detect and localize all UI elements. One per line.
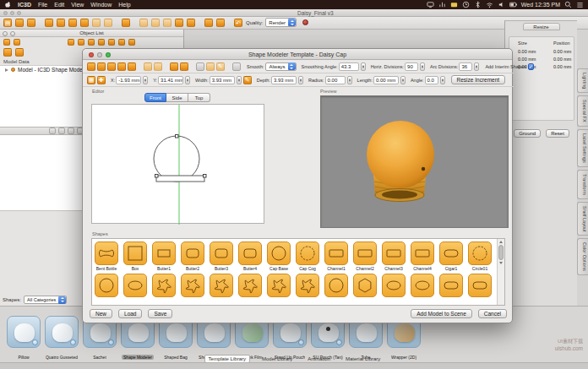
battery-icon[interactable]	[509, 1, 517, 8]
orbit-icon[interactable]	[117, 62, 126, 71]
render-region-icon[interactable]	[122, 19, 130, 27]
angle--field[interactable]: 0.0	[425, 76, 438, 84]
shape-tile[interactable]	[95, 274, 118, 297]
scale-icon[interactable]	[92, 19, 101, 27]
dialog-titlebar[interactable]: Shape Modeler Template - Daisy Cap	[83, 49, 512, 60]
menu-list-icon[interactable]	[576, 1, 584, 8]
layer-add-icon[interactable]	[49, 128, 56, 134]
palette-scrollbar[interactable]	[497, 239, 504, 305]
horiz-divisions--field[interactable]: 90	[405, 62, 418, 71]
group-icon[interactable]	[68, 39, 74, 46]
ground-button[interactable]: Ground	[514, 129, 541, 138]
menu-help[interactable]: Help	[118, 0, 130, 9]
load-button[interactable]: Load	[118, 309, 142, 318]
display-icon[interactable]	[427, 1, 434, 8]
depth--field[interactable]: 3.93 mm	[271, 76, 297, 84]
stepper-icon[interactable]	[143, 76, 148, 84]
rect-tool-icon[interactable]	[170, 62, 178, 71]
side-tab-shelf-layout[interactable]: Shelf Layout	[577, 202, 588, 236]
zoom-window-icon[interactable]	[17, 11, 21, 15]
category-select[interactable]: All Categories	[24, 296, 67, 304]
camera-icon[interactable]	[216, 19, 225, 27]
shaded-icon[interactable]	[151, 19, 160, 27]
shape-tile-bent-bottle[interactable]	[95, 241, 118, 265]
cancel-button[interactable]: Cancel	[478, 309, 507, 318]
radius--field[interactable]: 0.00	[325, 76, 346, 84]
stepper-icon[interactable]	[298, 76, 303, 84]
next-shape-icon[interactable]	[154, 62, 162, 71]
shape-tile[interactable]	[238, 274, 262, 297]
shape-tile-cap-cog[interactable]	[296, 241, 319, 265]
shape-tile[interactable]	[181, 274, 204, 297]
preview-canvas[interactable]	[320, 95, 509, 228]
shape-tile[interactable]	[411, 274, 434, 297]
search-icon[interactable]	[564, 1, 572, 8]
smoothing-angle--field[interactable]: 43.3	[339, 62, 359, 71]
effects-icon[interactable]	[163, 19, 172, 27]
add-point-icon[interactable]: ✚	[97, 76, 106, 84]
clock-icon[interactable]	[462, 1, 470, 8]
template-thumbnail[interactable]	[7, 316, 41, 348]
pan-icon[interactable]	[80, 19, 89, 27]
window-controls[interactable]	[3, 11, 21, 15]
shape-tile-box[interactable]	[123, 241, 147, 265]
stepper-icon[interactable]	[474, 62, 479, 71]
layer-up-icon[interactable]	[68, 128, 74, 134]
quality-select[interactable]: Render	[265, 18, 297, 27]
grab-icon[interactable]	[187, 19, 195, 27]
delete-object-icon[interactable]	[14, 39, 20, 46]
view-tab-side[interactable]: Side	[166, 93, 188, 102]
shape-tile[interactable]	[296, 274, 319, 297]
hide-icon[interactable]	[108, 39, 115, 46]
side-tab-transform[interactable]: Transform	[577, 170, 588, 199]
record-button[interactable]	[302, 19, 308, 25]
bluetooth-icon[interactable]	[474, 1, 482, 8]
menu-ic3d[interactable]: IC3D	[18, 0, 31, 9]
side-tab-label-settings[interactable]: Label Settings	[577, 129, 588, 167]
duplicate-icon[interactable]	[88, 39, 95, 46]
smooth-select[interactable]: Always	[265, 62, 296, 71]
scroll-down-icon[interactable]	[499, 262, 503, 264]
shape-tile-butter4[interactable]	[238, 241, 262, 265]
zoom-in-icon[interactable]	[97, 62, 106, 71]
scroll-up-icon[interactable]	[499, 241, 503, 243]
edit-pencil-icon[interactable]: ✎	[243, 76, 252, 84]
fit-view-icon[interactable]	[128, 62, 136, 71]
shape-tile[interactable]	[468, 274, 492, 297]
tab-material-library[interactable]: Material Library	[342, 355, 384, 362]
stepper-icon[interactable]	[288, 62, 296, 70]
stepper-icon[interactable]	[347, 76, 352, 84]
image-tool-icon[interactable]	[196, 62, 204, 71]
shape-tile-channel4[interactable]	[411, 241, 434, 265]
stepper-icon[interactable]	[58, 296, 66, 304]
import-model-icon[interactable]	[3, 48, 12, 57]
shape-tile-channel1[interactable]	[324, 241, 348, 265]
prev-shape-icon[interactable]	[144, 62, 152, 71]
side-tab-lighting[interactable]: Lighting	[577, 68, 588, 93]
menu-window[interactable]: Window	[90, 0, 112, 9]
main-titlebar[interactable]: Daisy_Final v3	[0, 9, 588, 17]
view-tab-front[interactable]: Front	[144, 93, 166, 102]
close-icon[interactable]	[89, 52, 94, 57]
stepper-icon[interactable]	[440, 76, 445, 84]
side-tab-special-fx[interactable]: Special FX	[577, 95, 588, 127]
volume-icon[interactable]	[498, 1, 505, 8]
shape-tile-channel3[interactable]	[382, 241, 406, 265]
stepper-icon[interactable]	[420, 62, 425, 71]
chart-icon[interactable]	[438, 1, 446, 8]
stepper-icon[interactable]	[185, 76, 190, 84]
disclosure-triangle-icon[interactable]	[5, 68, 8, 72]
mirror-icon[interactable]	[98, 39, 105, 46]
close-icon[interactable]	[3, 11, 8, 15]
zoom-window-icon[interactable]	[106, 52, 111, 57]
orbit-icon[interactable]	[68, 19, 77, 27]
shape-tile-butter2[interactable]	[181, 241, 204, 265]
shape-tile[interactable]	[439, 274, 463, 297]
pencil-tool-icon[interactable]: ✎	[216, 62, 225, 71]
rotate-icon[interactable]	[104, 19, 112, 27]
save-button[interactable]: Save	[148, 309, 172, 318]
point-tool-icon[interactable]	[180, 62, 188, 71]
arc-tool-icon[interactable]	[206, 62, 215, 71]
add-model-to-scene-button[interactable]: Add Model to Scene	[411, 309, 472, 318]
dialog-window-controls[interactable]	[89, 52, 111, 57]
